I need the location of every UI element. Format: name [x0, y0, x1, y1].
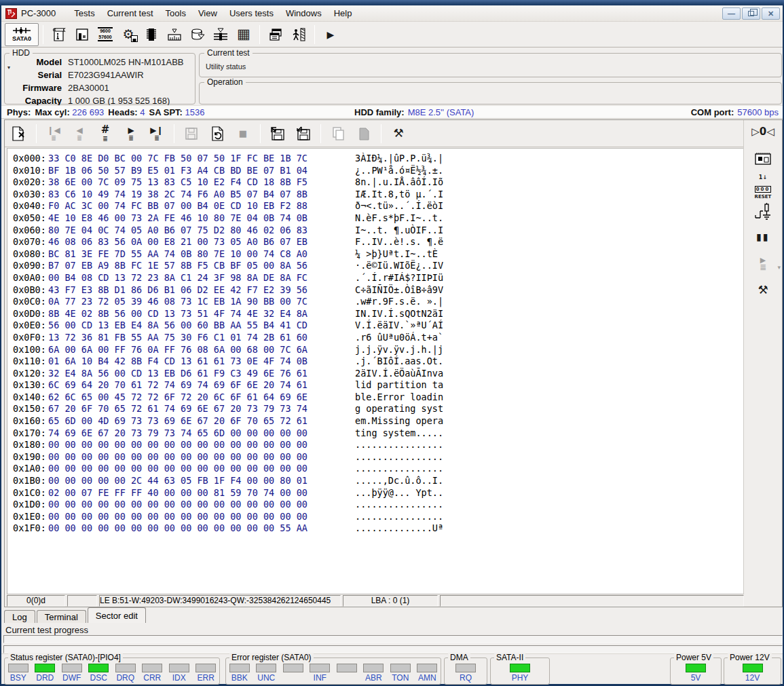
- baud-rate-button[interactable]: 960057600: [94, 24, 117, 45]
- refresh-sector-button[interactable]: [204, 123, 230, 144]
- write-to-file-button[interactable]: [291, 123, 316, 144]
- hex-bytes[interactable]: 6C 69 64 20 70 61 72 74 69 74 69 6F 6E 2…: [48, 379, 355, 390]
- menu-item-tools[interactable]: Tools: [160, 6, 192, 20]
- hex-bytes[interactable]: 00 00 00 00 00 00 00 00 00 00 00 00 00 0…: [48, 511, 355, 522]
- goto-sector-button[interactable]: # ≣: [92, 123, 118, 144]
- pause-button[interactable]: ▮▮: [744, 231, 782, 242]
- hex-ascii[interactable]: ................: [355, 451, 443, 462]
- hex-bytes[interactable]: 02 00 07 FE FF FF 40 00 00 00 81 59 70 7…: [48, 487, 355, 498]
- hex-ascii[interactable]: em.Missing opera: [355, 415, 443, 426]
- hex-ascii[interactable]: ................: [355, 463, 443, 474]
- hex-ascii[interactable]: 8n.|.u.IÅ.âôÍ.Iõ: [355, 176, 443, 187]
- hex-bytes[interactable]: 13 72 36 81 FB 55 AA 75 30 F6 C1 01 74 2…: [48, 332, 355, 343]
- soft-start-dropdown-icon[interactable]: ▾: [777, 264, 781, 271]
- prev-sector-button[interactable]: ◀ ≣: [67, 123, 92, 144]
- grid-button[interactable]: ▦: [232, 24, 255, 45]
- hex-ascii[interactable]: ..............Uª: [355, 522, 443, 533]
- hex-ascii[interactable]: ...þÿÿ@... Ypt..: [355, 487, 443, 498]
- resources-button[interactable]: [71, 24, 94, 45]
- chip-button[interactable]: [140, 24, 163, 45]
- tab-log[interactable]: Log: [4, 610, 35, 623]
- power-circuit-button[interactable]: [744, 203, 782, 223]
- hex-ascii[interactable]: ................: [355, 439, 443, 450]
- hex-ascii[interactable]: .w#r.9F.s.ë. ».|: [355, 296, 443, 307]
- card-button[interactable]: [744, 151, 782, 166]
- hex-ascii[interactable]: ¿..PW¹å.ó¤Ë½¾.±.: [355, 165, 443, 176]
- settings-save-button[interactable]: ⚙: [117, 24, 140, 45]
- save-sector-button[interactable]: [179, 123, 204, 144]
- hex-ascii[interactable]: ting system.....: [355, 427, 443, 438]
- hex-ascii[interactable]: .j.´BIôÍ.aas.Ot.: [355, 356, 443, 366]
- tab-sector-edit[interactable]: Sector edit: [88, 607, 146, 623]
- hex-ascii[interactable]: .´.Í.r#IÁ$?IIÞIü: [355, 272, 443, 283]
- hex-bytes[interactable]: B7 07 EB A9 8B FC 1E 57 8B F5 CB BF 05 0…: [48, 260, 355, 271]
- hex-ascii[interactable]: 2äIV.Í.ëÖaùÃInva: [355, 368, 443, 379]
- hex-bytes[interactable]: 83 C6 10 49 74 19 38 2C 74 F6 A0 B5 07 B…: [48, 189, 355, 199]
- hex-ascii[interactable]: 3ÀIÐ¼.|ûP.P.ü¾.|: [355, 153, 443, 164]
- hex-bytes[interactable]: 8B 4E 02 8B 56 00 CD 13 73 51 4F 74 4E 3…: [48, 308, 355, 319]
- hex-ascii[interactable]: lid partition ta: [355, 379, 443, 390]
- next-sector-button[interactable]: ▶ ≣: [118, 123, 144, 144]
- hex-bytes[interactable]: 56 00 CD 13 EB E4 8A 56 00 60 BB AA 55 B…: [48, 320, 355, 330]
- hex-ascii[interactable]: .r6 ûUªu0öÁ.t+a`: [355, 332, 443, 343]
- hex-ascii[interactable]: IÆ.It.8,tö µ.´.I: [355, 189, 443, 199]
- hex-ascii[interactable]: IN.IV.Í.sQOtN2äI: [355, 308, 443, 319]
- hex-bytes[interactable]: 74 69 6E 67 20 73 79 73 74 65 6D 00 00 0…: [48, 427, 355, 438]
- menu-item-current-test[interactable]: Current test: [101, 6, 160, 20]
- hex-bytes[interactable]: BF 1B 06 50 57 B9 E5 01 F3 A4 CB BD BE 0…: [48, 165, 355, 176]
- last-sector-button[interactable]: ▶❙ ≣: [144, 123, 170, 144]
- hex-bytes[interactable]: 33 C0 8E D0 BC 00 7C FB 50 07 50 1F FC B…: [48, 153, 355, 164]
- menu-item-help[interactable]: Help: [328, 6, 358, 20]
- hex-bytes[interactable]: 6A 00 6A 00 FF 76 0A FF 76 08 6A 00 68 0…: [48, 344, 355, 355]
- heads-test-button[interactable]: [209, 24, 232, 45]
- hex-bytes[interactable]: 00 B4 08 CD 13 72 23 8A C1 24 3F 98 8A D…: [48, 272, 355, 283]
- hex-ascii[interactable]: ·.ë©Iü.WIõË¿..IV: [355, 260, 443, 271]
- hex-bytes[interactable]: 62 6C 65 00 45 72 72 6F 72 20 6C 6F 61 6…: [48, 392, 355, 402]
- hex-bytes[interactable]: 67 20 6F 70 65 72 61 74 69 6E 67 20 73 7…: [48, 403, 355, 414]
- run-button[interactable]: ▶: [319, 24, 342, 45]
- tab-terminal[interactable]: Terminal: [37, 610, 86, 623]
- hex-ascii[interactable]: j.j.ÿv.ÿv.j.h.|j: [355, 344, 443, 355]
- hex-bytes[interactable]: 38 6E 00 7C 09 75 13 83 C5 10 E2 F4 CD 1…: [48, 176, 355, 187]
- stop-button[interactable]: ■: [230, 123, 256, 144]
- hex-ascii[interactable]: ¼ >þ}Uªt.I~..tÈ: [355, 248, 443, 259]
- hex-bytes[interactable]: 80 7E 04 0C 74 05 A0 B6 07 75 D2 80 46 0…: [48, 225, 355, 235]
- hex-bytes[interactable]: 00 00 00 00 00 00 00 00 00 00 00 00 00 0…: [48, 451, 355, 462]
- hex-ascii[interactable]: ð¬<.tü»..´.Í.ëòI: [355, 200, 443, 211]
- hex-bytes[interactable]: BC 81 3E FE 7D 55 AA 74 0B 80 7E 10 00 7…: [48, 248, 355, 259]
- ata-zero-button[interactable]: ▷0◁: [744, 126, 782, 138]
- new-sector-button[interactable]: [5, 123, 32, 144]
- hex-bytes[interactable]: 01 6A 10 B4 42 8B F4 CD 13 61 61 73 0E 4…: [48, 356, 355, 366]
- window-title-bar[interactable]: [0, 0, 784, 5]
- script-info-button[interactable]: [48, 24, 71, 45]
- cascade-windows-button[interactable]: [264, 24, 287, 45]
- utility-tools-button[interactable]: ⚒: [744, 283, 782, 297]
- read-from-file-button[interactable]: [265, 123, 291, 144]
- hex-bytes[interactable]: 43 F7 E3 8B D1 86 D6 B1 06 D2 EE 42 F7 E…: [48, 284, 355, 295]
- hex-bytes[interactable]: 65 6D 00 4D 69 73 73 69 6E 67 20 6F 70 6…: [48, 415, 355, 426]
- copy-button[interactable]: [325, 123, 351, 144]
- restore-button[interactable]: [742, 7, 760, 20]
- sector-tools-button[interactable]: ⚒: [386, 123, 411, 144]
- menu-item-tests[interactable]: Tests: [68, 6, 100, 20]
- soft-start-button[interactable]: ▶ ≣ ▾: [744, 256, 782, 272]
- app-menu-label[interactable]: PC-3000: [21, 8, 56, 18]
- hex-dump-view[interactable]: 0x000:33 C0 8E D0 BC 00 7C FB 50 07 50 1…: [7, 148, 744, 594]
- hex-ascii[interactable]: I~..t. ¶.uÒIF..I: [355, 225, 443, 235]
- hex-ascii[interactable]: N.èF.s*þF.I~..t.: [355, 212, 443, 223]
- hex-ascii[interactable]: V.Í.ëäIV.`»ªU´AÍ: [355, 320, 443, 330]
- hex-ascii[interactable]: F..IV..è!.s. ¶.ë: [355, 236, 443, 247]
- hex-ascii[interactable]: .....,Dc.û.ô..I.: [355, 475, 443, 486]
- hex-ascii[interactable]: g operating syst: [355, 403, 443, 414]
- close-button[interactable]: ✕: [762, 7, 780, 20]
- paste-button[interactable]: [351, 123, 377, 144]
- hex-bytes[interactable]: F0 AC 3C 00 74 FC BB 07 00 B4 0E CD 10 E…: [48, 200, 355, 211]
- menu-item-users-tests[interactable]: Users tests: [223, 6, 280, 20]
- hex-ascii[interactable]: ................: [355, 499, 443, 510]
- hex-bytes[interactable]: 00 00 00 00 00 2C 44 63 05 FB 1F F4 00 0…: [48, 475, 355, 486]
- exit-button[interactable]: [287, 24, 310, 45]
- hex-bytes[interactable]: 46 08 06 83 56 0A 00 E8 21 00 73 05 A0 B…: [48, 236, 355, 247]
- first-sector-button[interactable]: ❙◀ ≣: [41, 123, 67, 144]
- reset-button[interactable]: 1↓ 000 RESET: [744, 174, 782, 199]
- menu-item-windows[interactable]: Windows: [280, 6, 328, 20]
